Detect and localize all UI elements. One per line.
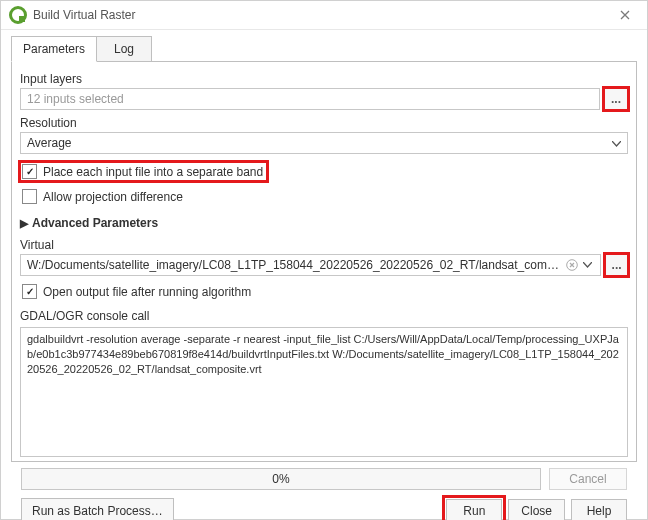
ellipsis-icon: ... [611, 92, 621, 106]
label-input-layers: Input layers [20, 72, 628, 86]
virtual-output-options-icon[interactable] [579, 254, 596, 276]
ellipsis-icon: ... [612, 258, 622, 272]
advanced-parameters-toggle[interactable]: ▶ Advanced Parameters [20, 216, 628, 230]
close-button[interactable]: Close [508, 499, 565, 520]
svg-rect-1 [19, 16, 25, 22]
tab-parameters-label: Parameters [23, 42, 85, 56]
input-layers-browse-button[interactable]: ... [604, 88, 628, 110]
tab-log[interactable]: Log [96, 36, 152, 62]
disclosure-triangle-icon: ▶ [20, 217, 28, 230]
run-button[interactable]: Run [446, 499, 502, 520]
dialog-content: Parameters Log Input layers ... Resoluti… [1, 30, 647, 520]
virtual-output-field[interactable]: W:/Documents/satellite_imagery/LC08_L1TP… [20, 254, 601, 276]
label-advanced: Advanced Parameters [32, 216, 158, 230]
progress-text: 0% [272, 472, 289, 486]
dialog-build-virtual-raster: Build Virtual Raster Parameters Log Inpu… [0, 0, 648, 520]
batch-label: Run as Batch Process… [32, 504, 163, 518]
clear-input-icon[interactable] [564, 257, 579, 273]
console-call-output[interactable]: gdalbuildvrt -resolution average -separa… [20, 327, 628, 457]
titlebar: Build Virtual Raster [1, 1, 647, 30]
cancel-button: Cancel [549, 468, 627, 490]
cancel-label: Cancel [569, 472, 606, 486]
window-title: Build Virtual Raster [33, 8, 605, 22]
tab-parameters[interactable]: Parameters [11, 36, 97, 62]
tab-log-label: Log [114, 42, 134, 56]
label-console-call: GDAL/OGR console call [20, 309, 628, 323]
run-as-batch-button[interactable]: Run as Batch Process… [21, 498, 174, 520]
virtual-output-browse-button[interactable]: ... [605, 254, 628, 276]
label-allow-proj-diff: Allow projection difference [43, 190, 183, 204]
progress-bar: 0% [21, 468, 541, 490]
parameters-panel: Input layers ... Resolution Average Plac [11, 62, 637, 462]
checkbox-separate-band-row[interactable]: Place each input file into a separate ba… [20, 162, 267, 181]
checkbox-separate-band[interactable] [22, 164, 37, 179]
checkbox-allow-proj-diff-row[interactable]: Allow projection difference [20, 187, 628, 206]
close-icon[interactable] [605, 1, 645, 29]
close-label: Close [521, 504, 552, 518]
checkbox-open-after[interactable] [22, 284, 37, 299]
run-label: Run [463, 504, 485, 518]
checkbox-allow-proj-diff[interactable] [22, 189, 37, 204]
label-resolution: Resolution [20, 116, 628, 130]
help-button[interactable]: Help [571, 499, 627, 520]
resolution-select[interactable]: Average [20, 132, 628, 154]
resolution-value: Average [27, 136, 71, 150]
chevron-down-icon [612, 136, 621, 150]
checkbox-open-after-row[interactable]: Open output file after running algorithm [20, 282, 628, 301]
qgis-logo-icon [9, 6, 27, 24]
input-layers-field[interactable] [20, 88, 600, 110]
virtual-output-value: W:/Documents/satellite_imagery/LC08_L1TP… [27, 258, 564, 272]
help-label: Help [587, 504, 612, 518]
dialog-bottom: 0% Cancel Run as Batch Process… Run Clos… [11, 462, 637, 520]
label-open-after: Open output file after running algorithm [43, 285, 251, 299]
label-separate-band: Place each input file into a separate ba… [43, 165, 263, 179]
tabs: Parameters Log [11, 36, 637, 62]
label-virtual: Virtual [20, 238, 628, 252]
